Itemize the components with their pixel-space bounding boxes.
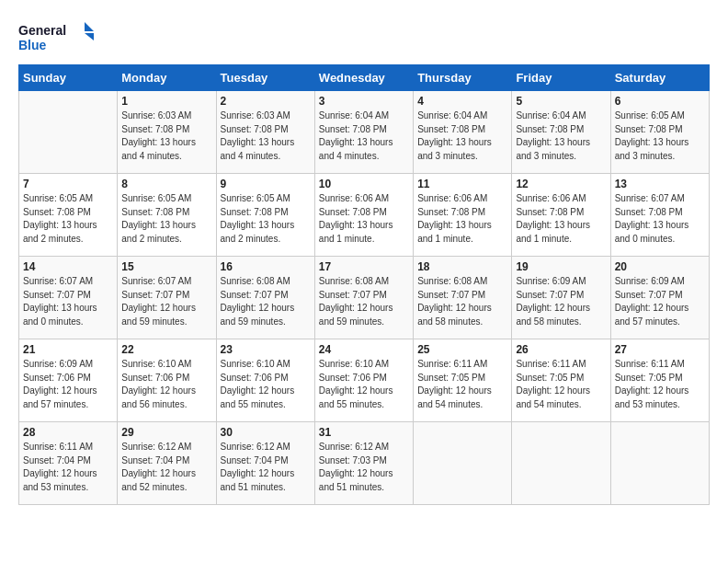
day-number: 29 xyxy=(121,426,211,439)
cell-content: Sunrise: 6:05 AM Sunset: 7:08 PM Dayligh… xyxy=(615,109,705,163)
cell-content: Sunrise: 6:10 AM Sunset: 7:06 PM Dayligh… xyxy=(221,358,311,411)
cell-content: Sunrise: 6:04 AM Sunset: 7:08 PM Dayligh… xyxy=(417,109,507,163)
day-number: 27 xyxy=(615,343,705,356)
day-number: 6 xyxy=(615,95,705,108)
cell-content: Sunrise: 6:04 AM Sunset: 7:08 PM Dayligh… xyxy=(319,109,409,163)
calendar-cell: 1Sunrise: 6:03 AM Sunset: 7:08 PM Daylig… xyxy=(118,91,216,174)
day-number: 21 xyxy=(23,343,113,356)
header-row: SundayMondayTuesdayWednesdayThursdayFrid… xyxy=(19,65,710,91)
day-number: 12 xyxy=(516,178,606,190)
svg-marker-2 xyxy=(85,22,94,31)
day-number: 9 xyxy=(221,178,311,190)
week-row-2: 7Sunrise: 6:05 AM Sunset: 7:08 PM Daylig… xyxy=(19,174,710,257)
calendar-cell: 2Sunrise: 6:03 AM Sunset: 7:08 PM Daylig… xyxy=(216,91,314,174)
calendar-cell: 29Sunrise: 6:12 AM Sunset: 7:04 PM Dayli… xyxy=(118,422,216,505)
cell-content: Sunrise: 6:07 AM Sunset: 7:08 PM Dayligh… xyxy=(615,192,705,246)
page-header: General Blue xyxy=(18,18,710,55)
calendar-cell: 6Sunrise: 6:05 AM Sunset: 7:08 PM Daylig… xyxy=(610,91,709,174)
cell-content: Sunrise: 6:05 AM Sunset: 7:08 PM Dayligh… xyxy=(121,192,211,246)
day-number: 17 xyxy=(319,260,409,273)
day-number: 3 xyxy=(319,95,409,108)
logo: General Blue xyxy=(18,18,101,55)
calendar-cell: 4Sunrise: 6:04 AM Sunset: 7:08 PM Daylig… xyxy=(414,91,512,174)
cell-content: Sunrise: 6:09 AM Sunset: 7:07 PM Dayligh… xyxy=(615,275,705,328)
day-number: 16 xyxy=(221,260,311,273)
cell-content: Sunrise: 6:06 AM Sunset: 7:08 PM Dayligh… xyxy=(516,192,606,246)
column-header-saturday: Saturday xyxy=(610,65,709,91)
calendar-cell: 7Sunrise: 6:05 AM Sunset: 7:08 PM Daylig… xyxy=(19,174,118,257)
cell-content: Sunrise: 6:09 AM Sunset: 7:07 PM Dayligh… xyxy=(516,275,606,328)
calendar-cell: 17Sunrise: 6:08 AM Sunset: 7:07 PM Dayli… xyxy=(314,257,413,339)
calendar-cell: 27Sunrise: 6:11 AM Sunset: 7:05 PM Dayli… xyxy=(610,339,709,422)
calendar-table: SundayMondayTuesdayWednesdayThursdayFrid… xyxy=(18,64,710,505)
cell-content: Sunrise: 6:05 AM Sunset: 7:08 PM Dayligh… xyxy=(23,192,113,246)
calendar-cell: 14Sunrise: 6:07 AM Sunset: 7:07 PM Dayli… xyxy=(19,257,118,339)
calendar-cell: 26Sunrise: 6:11 AM Sunset: 7:05 PM Dayli… xyxy=(512,339,610,422)
calendar-cell: 5Sunrise: 6:04 AM Sunset: 7:08 PM Daylig… xyxy=(512,91,610,174)
day-number: 30 xyxy=(221,426,311,439)
calendar-cell: 31Sunrise: 6:12 AM Sunset: 7:03 PM Dayli… xyxy=(314,422,413,505)
column-header-wednesday: Wednesday xyxy=(314,65,413,91)
day-number: 31 xyxy=(319,426,409,439)
calendar-cell xyxy=(19,91,118,174)
column-header-friday: Friday xyxy=(512,65,610,91)
calendar-cell: 20Sunrise: 6:09 AM Sunset: 7:07 PM Dayli… xyxy=(610,257,709,339)
day-number: 26 xyxy=(516,343,606,356)
day-number: 10 xyxy=(319,178,409,190)
column-header-tuesday: Tuesday xyxy=(216,65,314,91)
cell-content: Sunrise: 6:10 AM Sunset: 7:06 PM Dayligh… xyxy=(121,358,211,411)
cell-content: Sunrise: 6:11 AM Sunset: 7:05 PM Dayligh… xyxy=(417,358,507,411)
cell-content: Sunrise: 6:06 AM Sunset: 7:08 PM Dayligh… xyxy=(319,192,409,246)
cell-content: Sunrise: 6:08 AM Sunset: 7:07 PM Dayligh… xyxy=(221,275,311,328)
calendar-cell: 30Sunrise: 6:12 AM Sunset: 7:04 PM Dayli… xyxy=(216,422,314,505)
calendar-cell xyxy=(414,422,512,505)
cell-content: Sunrise: 6:05 AM Sunset: 7:08 PM Dayligh… xyxy=(221,192,311,246)
calendar-cell: 15Sunrise: 6:07 AM Sunset: 7:07 PM Dayli… xyxy=(118,257,216,339)
calendar-cell: 10Sunrise: 6:06 AM Sunset: 7:08 PM Dayli… xyxy=(314,174,413,257)
day-number: 20 xyxy=(615,260,705,273)
column-header-sunday: Sunday xyxy=(19,65,118,91)
calendar-cell xyxy=(512,422,610,505)
calendar-cell: 21Sunrise: 6:09 AM Sunset: 7:06 PM Dayli… xyxy=(19,339,118,422)
cell-content: Sunrise: 6:04 AM Sunset: 7:08 PM Dayligh… xyxy=(516,109,606,163)
calendar-cell xyxy=(610,422,709,505)
week-row-1: 1Sunrise: 6:03 AM Sunset: 7:08 PM Daylig… xyxy=(19,91,710,174)
cell-content: Sunrise: 6:11 AM Sunset: 7:04 PM Dayligh… xyxy=(23,441,113,494)
calendar-cell: 23Sunrise: 6:10 AM Sunset: 7:06 PM Dayli… xyxy=(216,339,314,422)
calendar-cell: 19Sunrise: 6:09 AM Sunset: 7:07 PM Dayli… xyxy=(512,257,610,339)
cell-content: Sunrise: 6:08 AM Sunset: 7:07 PM Dayligh… xyxy=(417,275,507,328)
cell-content: Sunrise: 6:09 AM Sunset: 7:06 PM Dayligh… xyxy=(23,358,113,411)
calendar-cell: 24Sunrise: 6:10 AM Sunset: 7:06 PM Dayli… xyxy=(314,339,413,422)
day-number: 14 xyxy=(23,260,113,273)
calendar-cell: 12Sunrise: 6:06 AM Sunset: 7:08 PM Dayli… xyxy=(512,174,610,257)
calendar-cell: 28Sunrise: 6:11 AM Sunset: 7:04 PM Dayli… xyxy=(19,422,118,505)
cell-content: Sunrise: 6:12 AM Sunset: 7:04 PM Dayligh… xyxy=(221,441,311,494)
calendar-cell: 9Sunrise: 6:05 AM Sunset: 7:08 PM Daylig… xyxy=(216,174,314,257)
week-row-4: 21Sunrise: 6:09 AM Sunset: 7:06 PM Dayli… xyxy=(19,339,710,422)
column-header-thursday: Thursday xyxy=(414,65,512,91)
calendar-cell: 11Sunrise: 6:06 AM Sunset: 7:08 PM Dayli… xyxy=(414,174,512,257)
cell-content: Sunrise: 6:03 AM Sunset: 7:08 PM Dayligh… xyxy=(121,109,211,163)
day-number: 5 xyxy=(516,95,606,108)
day-number: 15 xyxy=(121,260,211,273)
day-number: 24 xyxy=(319,343,409,356)
day-number: 13 xyxy=(615,178,705,190)
day-number: 28 xyxy=(23,426,113,439)
cell-content: Sunrise: 6:07 AM Sunset: 7:07 PM Dayligh… xyxy=(121,275,211,328)
svg-marker-3 xyxy=(85,33,94,40)
cell-content: Sunrise: 6:12 AM Sunset: 7:03 PM Dayligh… xyxy=(319,441,409,494)
calendar-cell: 25Sunrise: 6:11 AM Sunset: 7:05 PM Dayli… xyxy=(414,339,512,422)
cell-content: Sunrise: 6:11 AM Sunset: 7:05 PM Dayligh… xyxy=(516,358,606,411)
svg-text:Blue: Blue xyxy=(18,38,47,52)
calendar-cell: 16Sunrise: 6:08 AM Sunset: 7:07 PM Dayli… xyxy=(216,257,314,339)
day-number: 4 xyxy=(417,95,507,108)
calendar-cell: 22Sunrise: 6:10 AM Sunset: 7:06 PM Dayli… xyxy=(118,339,216,422)
day-number: 11 xyxy=(417,178,507,190)
day-number: 22 xyxy=(121,343,211,356)
cell-content: Sunrise: 6:10 AM Sunset: 7:06 PM Dayligh… xyxy=(319,358,409,411)
calendar-cell: 18Sunrise: 6:08 AM Sunset: 7:07 PM Dayli… xyxy=(414,257,512,339)
cell-content: Sunrise: 6:11 AM Sunset: 7:05 PM Dayligh… xyxy=(615,358,705,411)
day-number: 25 xyxy=(417,343,507,356)
day-number: 8 xyxy=(121,178,211,190)
calendar-cell: 13Sunrise: 6:07 AM Sunset: 7:08 PM Dayli… xyxy=(610,174,709,257)
